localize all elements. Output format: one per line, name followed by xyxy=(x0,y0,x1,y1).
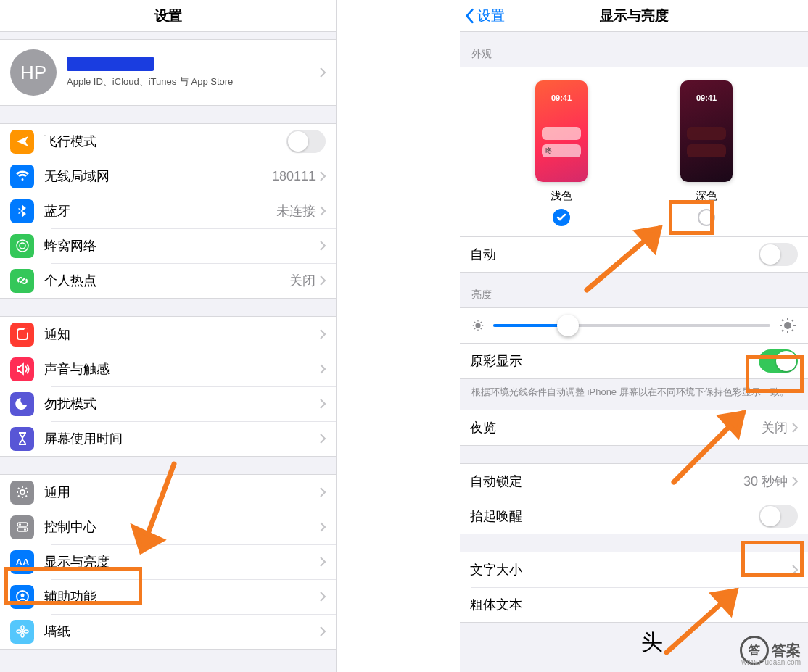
autolock-label: 自动锁定 xyxy=(470,473,743,490)
wifi-label: 无线局域网 xyxy=(44,167,272,185)
watermark-headline: 头 xyxy=(641,628,663,658)
appearance-header: 外观 xyxy=(460,32,808,67)
moon-icon xyxy=(10,392,34,416)
aa-icon xyxy=(10,550,34,574)
general-label: 通用 xyxy=(44,484,320,501)
boldtext-row[interactable]: 粗体文本 xyxy=(460,587,808,622)
sounds-row[interactable]: 声音与触感 xyxy=(0,352,336,386)
hotspot-label: 个人热点 xyxy=(44,272,289,289)
truetone-row[interactable]: 原彩显示 xyxy=(460,344,808,378)
chevron-right-icon xyxy=(320,241,326,251)
back-button[interactable]: 设置 xyxy=(464,0,505,32)
wifi-value: 180111 xyxy=(272,169,316,184)
light-label: 浅色 xyxy=(551,189,572,203)
control-label: 控制中心 xyxy=(44,518,320,536)
wallpaper-label: 墙纸 xyxy=(44,623,320,640)
bluetooth-value: 未连接 xyxy=(276,202,316,220)
sounds-icon xyxy=(10,357,34,381)
dark-preview: 09:41 xyxy=(680,80,733,182)
sun-small-icon xyxy=(471,319,485,332)
chevron-left-icon xyxy=(464,8,474,24)
accessibility-label: 辅助功能 xyxy=(44,588,320,605)
truetone-label: 原彩显示 xyxy=(470,352,759,370)
light-radio[interactable] xyxy=(553,209,570,226)
textsize-row[interactable]: 文字大小 xyxy=(460,552,808,587)
brightness-slider-row xyxy=(460,307,808,344)
autolock-row[interactable]: 自动锁定 30 秒钟 xyxy=(460,464,808,499)
airplane-toggle[interactable] xyxy=(286,130,326,153)
page-title: 设置 xyxy=(154,7,182,25)
boldtext-label: 粗体文本 xyxy=(470,596,798,613)
notifications-row[interactable]: 通知 xyxy=(0,317,336,352)
auto-toggle[interactable] xyxy=(759,243,798,266)
dnd-label: 勿扰模式 xyxy=(44,395,320,412)
chevron-right-icon xyxy=(792,565,798,575)
nightshift-row[interactable]: 夜览 关闭 xyxy=(460,410,808,445)
display-brightness-screen: 设置 显示与亮度 外观 09:41 浅色 09:41 xyxy=(460,0,808,672)
wifi-icon xyxy=(10,165,34,188)
chevron-right-icon xyxy=(320,399,326,409)
cellular-label: 蜂窝网络 xyxy=(44,237,320,254)
airplane-icon xyxy=(10,130,34,154)
bluetooth-row[interactable]: 蓝牙 未连接 xyxy=(0,194,336,228)
truetone-toggle[interactable] xyxy=(759,349,798,373)
hourglass-icon xyxy=(10,427,34,451)
control-center-row[interactable]: 控制中心 xyxy=(0,510,336,544)
chevron-right-icon xyxy=(320,329,326,339)
dark-radio[interactable] xyxy=(698,209,715,226)
raise-toggle[interactable] xyxy=(759,505,798,528)
sounds-label: 声音与触感 xyxy=(44,360,320,378)
brightness-header: 亮度 xyxy=(460,273,808,307)
accessibility-row[interactable]: 辅助功能 xyxy=(0,579,336,614)
wifi-row[interactable]: 无线局域网 180111 xyxy=(0,159,336,194)
autolock-value: 30 秒钟 xyxy=(743,473,788,490)
chevron-right-icon xyxy=(320,557,326,567)
appearance-section: 09:41 浅色 09:41 深色 xyxy=(460,67,808,237)
wallpaper-row[interactable]: 墙纸 xyxy=(0,614,336,649)
hotspot-value: 关闭 xyxy=(289,272,316,289)
auto-label: 自动 xyxy=(470,246,759,263)
gear-icon xyxy=(10,481,34,505)
cellular-icon xyxy=(10,234,34,258)
header: 设置 xyxy=(0,0,336,32)
chevron-right-icon xyxy=(320,592,326,602)
display-label: 显示与亮度 xyxy=(44,553,320,571)
raise-to-wake-row[interactable]: 抬起唤醒 xyxy=(460,499,808,534)
flower-icon xyxy=(10,620,34,644)
back-label: 设置 xyxy=(477,7,505,25)
sun-large-icon xyxy=(779,317,796,334)
notifications-label: 通知 xyxy=(44,325,320,343)
apple-id-row[interactable]: HP Apple ID、iCloud、iTunes 与 App Store xyxy=(0,40,336,105)
truetone-footnote: 根据环境光线条件自动调整 iPhone 屏幕以在不同环境下保持色彩显示一致。 xyxy=(460,379,808,410)
chevron-right-icon xyxy=(320,206,326,216)
chevron-right-icon xyxy=(320,275,326,286)
screentime-row[interactable]: 屏幕使用时间 xyxy=(0,421,336,456)
hotspot-icon xyxy=(10,269,34,293)
dark-label: 深色 xyxy=(696,189,717,203)
notifications-icon xyxy=(10,323,34,347)
screentime-label: 屏幕使用时间 xyxy=(44,430,320,447)
appearance-light-option[interactable]: 09:41 浅色 xyxy=(518,80,605,226)
auto-appearance-row[interactable]: 自动 xyxy=(460,237,808,272)
brightness-slider[interactable] xyxy=(493,324,770,327)
bluetooth-label: 蓝牙 xyxy=(44,202,276,220)
nightshift-label: 夜览 xyxy=(470,419,762,436)
apple-id-subtitle: Apple ID、iCloud、iTunes 与 App Store xyxy=(67,75,320,88)
person-icon xyxy=(10,585,34,609)
dnd-row[interactable]: 勿扰模式 xyxy=(0,386,336,421)
chevron-right-icon xyxy=(320,434,326,444)
chevron-right-icon xyxy=(320,364,326,374)
airplane-mode-row[interactable]: 飞行模式 xyxy=(0,124,336,159)
hotspot-row[interactable]: 个人热点 关闭 xyxy=(0,263,336,298)
watermark-url: www.mudaan.com xyxy=(741,658,801,666)
general-row[interactable]: 通用 xyxy=(0,475,336,510)
airplane-label: 飞行模式 xyxy=(44,133,286,150)
display-brightness-row[interactable]: 显示与亮度 xyxy=(0,544,336,579)
cellular-row[interactable]: 蜂窝网络 xyxy=(0,228,336,263)
appearance-dark-option[interactable]: 09:41 深色 xyxy=(663,80,750,226)
raise-label: 抬起唤醒 xyxy=(470,507,759,525)
light-preview: 09:41 xyxy=(535,80,588,182)
chevron-right-icon xyxy=(320,487,326,497)
avatar: HP xyxy=(10,49,57,96)
bluetooth-icon xyxy=(10,199,34,223)
